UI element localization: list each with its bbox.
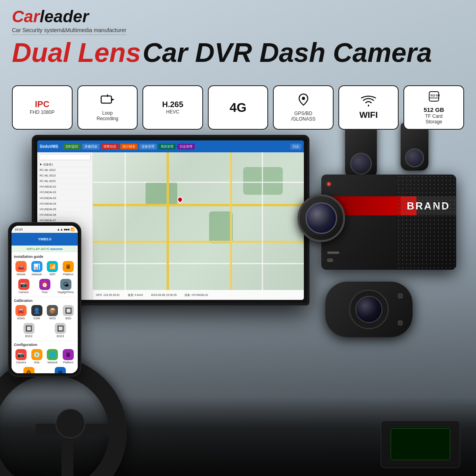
usb-port (327, 259, 333, 262)
phone-icon-config-camera[interactable]: 📷 Camera (14, 349, 28, 364)
config-camera-label: Camera (16, 361, 26, 364)
phone-icon-wizard[interactable]: ⚙ Wizard (14, 367, 44, 373)
nav-system[interactable]: 系统管理 (158, 144, 176, 150)
bottom-cam-body (325, 282, 413, 337)
gps-coords: GPS: 116.39 39.91 (96, 294, 120, 296)
bsd3-icon: 🔲 (55, 323, 66, 334)
svg-text:512 GB: 512 GB (430, 94, 440, 97)
phone-icon-config-platform[interactable]: 🖥 Platform (61, 349, 75, 364)
logo-tagline: Car Security system&Multimedia manufactu… (12, 27, 127, 35)
time-label: Time (42, 291, 48, 294)
installation-icons-row1: 🚗 Vehicle 📊 Network 📶 WIFI 🖥 Platform (14, 261, 75, 276)
brand-logo: Car leader (12, 7, 127, 26)
nav-device[interactable]: 设备管理 (139, 144, 157, 150)
badge-tf: 512 GB 512 GB TF CardStorage (403, 85, 464, 130)
badge-gps: GPS/BD/GLONASS (273, 85, 334, 130)
map-topbar: SinfoVMS 实时监控 录像回放 报警信息 统计报表 设备管理 系统管理 日… (37, 140, 304, 152)
main-title: Dual Lens Car DVR Dash Camera (12, 38, 432, 67)
section-calibration-title: Calibration (14, 299, 75, 303)
bottom-camera-assembly (325, 282, 413, 337)
led-indicator (327, 182, 330, 186)
phone-icon-bsd3[interactable]: 🔲 BSD3 (46, 323, 76, 338)
phone-icon-time[interactable]: ⏰ Time (35, 279, 54, 294)
phone-icon-camera[interactable]: 📷 Camera (14, 279, 33, 294)
calibration-icons-row1: 🚘 ADAS 👤 DSM 📦 MOD 🔲 BSD (14, 305, 75, 320)
badge-ipc: IPC FHD 1080P (12, 85, 73, 130)
nav-alarm[interactable]: 报警信息 (101, 144, 119, 150)
phone-topbar: YWB3.0 (12, 233, 78, 246)
steering-center-hub (56, 409, 85, 438)
phone-icon-dsm[interactable]: 👤 DSM (30, 305, 44, 320)
wifi-label: WiFi:LAP-ASYE (27, 247, 50, 251)
sidebar-item-10: HYUNDAI-06 (39, 212, 91, 218)
map-search-input[interactable] (39, 154, 91, 160)
bsd2-label: BSD2 (25, 335, 33, 338)
speed-info: 速度: 0 km/h (128, 293, 143, 297)
phone-icon-mod[interactable]: 📦 MOD (46, 305, 60, 320)
badge-loop-sub: LoopRecording (97, 110, 119, 122)
section-configuration-title: Configuration (14, 343, 75, 347)
badge-loop: LoopRecording (77, 85, 138, 130)
mod-icon: 📦 (47, 305, 58, 316)
wizard-icon: ⚙ (23, 367, 35, 373)
camera-grill (397, 175, 456, 270)
config-platform-icon: 🖥 (63, 349, 74, 360)
road-v4 (262, 152, 263, 300)
phone-statusbar: 16:20 ▲▲ ■■■ 📶 (12, 226, 78, 233)
title-dual-lens: Dual Lens (12, 37, 141, 67)
config-network-icon: 🌐 (47, 349, 58, 360)
bsd-icon: 🔲 (63, 305, 74, 316)
adas-label: ADAS (17, 317, 25, 320)
network-label: Network (32, 273, 42, 276)
config-platform-label: Platform (63, 361, 73, 364)
gps-icon (298, 93, 309, 108)
camera-top-mount-left (345, 123, 377, 178)
cam-mount-body-left (345, 123, 377, 178)
sidebar-item-3: RC-ML-0013 (39, 173, 91, 178)
phone-icon-grid[interactable]: ⊞ (46, 367, 76, 373)
nav-realtime[interactable]: 实时监控 (63, 144, 81, 150)
map-area: GPS: 116.39 39.91 速度: 0 km/h 2024-06-08 … (93, 152, 304, 300)
phone-icon-bsd2[interactable]: 🔲 BSD2 (14, 323, 44, 338)
phone-icon-platform[interactable]: 🖥 Platform (61, 261, 75, 276)
sidebar-item-1: ▶ 设备组1 (39, 162, 91, 167)
cam-mount-lens-right (405, 148, 424, 167)
nav-stats[interactable]: 统计报表 (120, 144, 138, 150)
phone-icon-vehicle[interactable]: 🚗 Vehicle (14, 261, 28, 276)
daylight-label: DaylightTime (58, 291, 74, 294)
nav-extra[interactable]: 日志 (290, 144, 301, 150)
grid-icon: ⊞ (55, 367, 66, 373)
svg-rect-0 (101, 96, 111, 103)
configuration-icons-row1: 📷 Camera 💿 Disk 🌐 Network 🖥 Platform (14, 349, 75, 364)
badge-wifi-main: WIFI (359, 111, 378, 119)
sidebar-item-6: HYUNDAI-02 (39, 190, 91, 195)
phone-icon-bsd[interactable]: 🔲 BSD (61, 305, 75, 320)
nav-playback[interactable]: 录像回放 (82, 144, 100, 150)
sidebar-item-7: HYUNDAI-03 (39, 196, 91, 201)
phone-icon-adas[interactable]: 🚘 ADAS (14, 305, 28, 320)
camera-icon: 📷 (18, 279, 29, 290)
bsd-label: BSD (65, 317, 71, 320)
bsd3-label: BSD3 (57, 335, 64, 338)
phone-icon-wifi[interactable]: 📶 WIFI (46, 261, 60, 276)
phone-icon-daylight[interactable]: 🌤 DaylightTime (56, 279, 75, 294)
sidebar-item-8: HYUNDAI-04 (39, 201, 91, 207)
badge-h265-main: H.265 (162, 100, 183, 108)
phone-icon-disk[interactable]: 💿 Disk (30, 349, 44, 364)
cam-button-1[interactable] (398, 294, 403, 298)
logo-leader: leader (40, 7, 89, 26)
device-info: 设备: HYUNDAI-01 (184, 293, 208, 297)
divider-2 (14, 341, 75, 341)
phone-icon-config-network[interactable]: 🌐 Network (46, 349, 60, 364)
network-icon: 📊 (31, 261, 42, 272)
map-park-1 (146, 182, 177, 205)
configuration-icons-row2: ⚙ Wizard ⊞ (14, 367, 75, 373)
wifi-icon (361, 96, 376, 109)
phone-app-name: YWB3.0 (38, 237, 52, 241)
badge-h265: H.265 HEVC (142, 85, 203, 130)
nav-log[interactable]: 日志管理 (177, 144, 195, 150)
camera-label: Camera (19, 291, 29, 294)
sd-card-slot (327, 251, 339, 254)
phone-icon-network[interactable]: 📊 Network (30, 261, 44, 276)
cam-button-2[interactable] (398, 321, 403, 325)
